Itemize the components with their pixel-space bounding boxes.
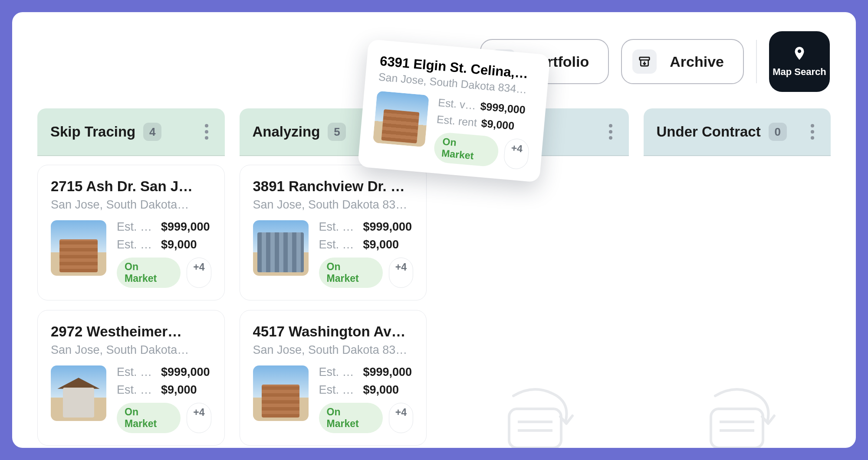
column-title: Under Contract bbox=[657, 124, 761, 140]
status-badge: On Market bbox=[319, 258, 383, 288]
card-address-line1: 2715 Ash Dr. San J… bbox=[51, 178, 211, 195]
card-thumbnail bbox=[51, 365, 106, 421]
column-under-contract: Under Contract 0 bbox=[644, 108, 831, 448]
svg-rect-2 bbox=[640, 57, 650, 60]
column-menu-button[interactable] bbox=[201, 121, 212, 143]
app-surface: Portfolio Archive Map Search bbox=[12, 12, 856, 448]
archive-label: Archive bbox=[670, 53, 724, 70]
est-value-label: Est. v… bbox=[319, 220, 358, 234]
est-value: $999,000 bbox=[161, 365, 210, 379]
est-value-label: Est. v… bbox=[437, 96, 477, 112]
column-body[interactable]: 3891 Ranchview Dr. R… San Jose, South Da… bbox=[240, 156, 427, 448]
card-address-line1: 2972 Westheimer… bbox=[51, 323, 211, 340]
column-body[interactable] bbox=[441, 156, 629, 448]
archive-button[interactable]: Archive bbox=[621, 39, 744, 84]
status-badge: On Market bbox=[117, 258, 181, 288]
property-card[interactable]: 4517 Washington Av… San Jose, South Dako… bbox=[240, 310, 427, 446]
est-rent: $9,000 bbox=[481, 117, 515, 133]
column-title: Skip Tracing bbox=[50, 124, 135, 140]
column-body[interactable]: 2715 Ash Dr. San J… San Jose, South Dako… bbox=[37, 156, 225, 448]
est-rent: $9,000 bbox=[161, 383, 197, 397]
est-value: $999,000 bbox=[161, 220, 210, 234]
card-thumbnail bbox=[253, 365, 309, 421]
status-badge: On Market bbox=[433, 131, 500, 167]
svg-rect-6 bbox=[711, 409, 763, 448]
card-thumbnail bbox=[373, 91, 429, 147]
column-menu-button[interactable] bbox=[605, 121, 616, 143]
column-count: 5 bbox=[328, 123, 346, 141]
dragging-property-card[interactable]: 6391 Elgin St. Celina,… San Jose, South … bbox=[358, 39, 550, 182]
card-address-line2: San Jose, South Dakota… bbox=[51, 198, 211, 212]
svg-rect-3 bbox=[509, 409, 561, 448]
map-search-label: Map Search bbox=[773, 66, 826, 78]
est-value: $999,000 bbox=[363, 365, 412, 379]
property-card[interactable]: 2715 Ash Dr. San J… San Jose, South Dako… bbox=[37, 165, 225, 300]
extra-count-badge[interactable]: +4 bbox=[389, 258, 413, 288]
card-address-line2: San Jose, South Dakota 834… bbox=[253, 198, 414, 212]
extra-count-badge[interactable]: +4 bbox=[187, 258, 211, 288]
est-rent-label: Est. rent bbox=[117, 238, 156, 251]
app-frame: Portfolio Archive Map Search bbox=[0, 0, 868, 460]
column-menu-button[interactable] bbox=[807, 121, 818, 143]
drop-hint-icon bbox=[689, 378, 785, 448]
nav-separator bbox=[756, 40, 757, 83]
est-value-label: Est. v… bbox=[117, 365, 156, 379]
property-card[interactable]: 2972 Westheimer… San Jose, South Dakota…… bbox=[37, 310, 225, 446]
status-badge: On Market bbox=[117, 403, 181, 433]
column-count: 4 bbox=[143, 123, 161, 141]
est-value-label: Est. v… bbox=[117, 220, 156, 234]
extra-count-badge[interactable]: +4 bbox=[503, 138, 530, 170]
column-skip-tracing: Skip Tracing 4 2715 Ash Dr. San J… San J… bbox=[37, 108, 225, 448]
est-rent-label: Est. rent bbox=[319, 238, 358, 251]
map-search-button[interactable]: Map Search bbox=[769, 31, 830, 92]
est-rent-label: Est. rent bbox=[319, 383, 358, 397]
card-thumbnail bbox=[51, 220, 106, 276]
card-thumbnail bbox=[253, 220, 309, 276]
extra-count-badge[interactable]: +4 bbox=[389, 403, 413, 433]
est-value: $999,000 bbox=[480, 100, 526, 116]
drop-hint-icon bbox=[487, 378, 583, 448]
est-rent: $9,000 bbox=[161, 238, 197, 251]
card-address-line1: 3891 Ranchview Dr. R… bbox=[253, 178, 414, 195]
column-body[interactable] bbox=[644, 156, 831, 448]
card-address-line1: 4517 Washington Av… bbox=[253, 323, 414, 340]
property-card[interactable]: 3891 Ranchview Dr. R… San Jose, South Da… bbox=[240, 165, 427, 300]
est-value-label: Est. v… bbox=[319, 365, 358, 379]
column-header: Under Contract 0 bbox=[644, 108, 831, 156]
extra-count-badge[interactable]: +4 bbox=[187, 403, 211, 433]
status-badge: On Market bbox=[319, 403, 383, 433]
column-header: Skip Tracing 4 bbox=[37, 108, 225, 156]
est-rent: $9,000 bbox=[363, 238, 399, 251]
est-value: $999,000 bbox=[363, 220, 412, 234]
card-address-line2: San Jose, South Dakota… bbox=[51, 343, 211, 357]
est-rent: $9,000 bbox=[363, 383, 399, 397]
column-title: Analyzing bbox=[253, 124, 320, 140]
card-address-line2: San Jose, South Dakota 834… bbox=[253, 343, 414, 357]
map-pin-icon bbox=[792, 46, 807, 64]
column-count: 0 bbox=[769, 123, 787, 141]
est-rent-label: Est. rent bbox=[117, 383, 156, 397]
est-rent-label: Est. rent bbox=[436, 113, 477, 129]
archive-icon bbox=[632, 49, 657, 74]
